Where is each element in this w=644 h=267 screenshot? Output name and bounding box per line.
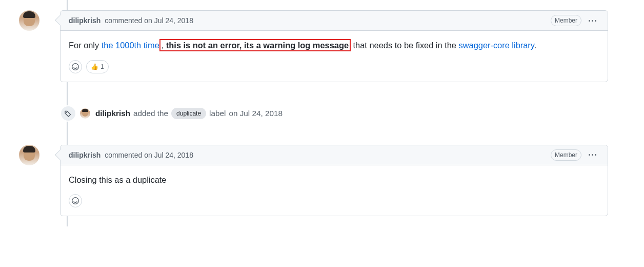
add-reaction-button[interactable] bbox=[69, 194, 82, 207]
avatar[interactable] bbox=[80, 108, 90, 119]
avatar[interactable] bbox=[19, 145, 39, 165]
author-link[interactable]: dilipkrish bbox=[95, 109, 130, 118]
thumbs-up-reaction[interactable]: 👍 1 bbox=[86, 60, 109, 73]
comment-body: For only the 1000th time, this is not an… bbox=[61, 31, 608, 60]
event-date[interactable]: on Jul 24, 2018 bbox=[229, 109, 283, 118]
role-badge: Member bbox=[551, 15, 581, 26]
reactions-bar: 👍 1 bbox=[61, 60, 608, 82]
svg-point-4 bbox=[72, 198, 79, 204]
author-link[interactable]: dilipkrish bbox=[69, 16, 100, 25]
reactions-bar bbox=[61, 194, 608, 216]
tag-icon bbox=[60, 105, 76, 122]
thumbs-up-icon: 👍 bbox=[91, 63, 98, 70]
comment-header: dilipkrish commented on Jul 24, 2018 Mem… bbox=[61, 11, 608, 31]
comment-action: commented bbox=[105, 151, 142, 159]
svg-point-5 bbox=[74, 200, 74, 200]
comment-date[interactable]: on Jul 24, 2018 bbox=[144, 16, 193, 25]
kebab-icon[interactable] bbox=[586, 17, 599, 25]
role-badge: Member bbox=[551, 149, 581, 161]
highlighted-text: , this is not an error, its a warning lo… bbox=[159, 39, 351, 51]
svg-point-1 bbox=[74, 65, 74, 66]
reaction-count: 1 bbox=[100, 63, 104, 70]
comment-body: Closing this as a duplicate bbox=[61, 165, 608, 195]
comment-date[interactable]: on Jul 24, 2018 bbox=[144, 151, 193, 159]
smiley-icon bbox=[71, 197, 79, 205]
comment-box: dilipkrish commented on Jul 24, 2018 Mem… bbox=[60, 10, 608, 82]
comment-block: dilipkrish commented on Jul 24, 2018 Mem… bbox=[19, 0, 644, 92]
link-swagger-core[interactable]: swagger-core library bbox=[459, 41, 534, 50]
svg-point-2 bbox=[76, 65, 77, 66]
link-1000th-time[interactable]: the 1000th time bbox=[102, 41, 159, 50]
svg-point-0 bbox=[72, 63, 79, 70]
svg-point-3 bbox=[66, 112, 67, 113]
kebab-icon[interactable] bbox=[586, 151, 599, 159]
avatar[interactable] bbox=[19, 10, 39, 31]
comment-box: dilipkrish commented on Jul 24, 2018 Mem… bbox=[60, 145, 608, 217]
svg-point-6 bbox=[76, 200, 77, 200]
author-link[interactable]: dilipkrish bbox=[69, 151, 100, 159]
timeline-event: dilipkrish added the duplicate label on … bbox=[60, 92, 644, 135]
comment-header: dilipkrish commented on Jul 24, 2018 Mem… bbox=[61, 145, 608, 165]
add-reaction-button[interactable] bbox=[69, 60, 82, 73]
comment-action: commented bbox=[105, 16, 142, 25]
comment-block: dilipkrish commented on Jul 24, 2018 Mem… bbox=[19, 135, 644, 227]
smiley-icon bbox=[71, 63, 79, 71]
label-duplicate[interactable]: duplicate bbox=[171, 108, 206, 119]
